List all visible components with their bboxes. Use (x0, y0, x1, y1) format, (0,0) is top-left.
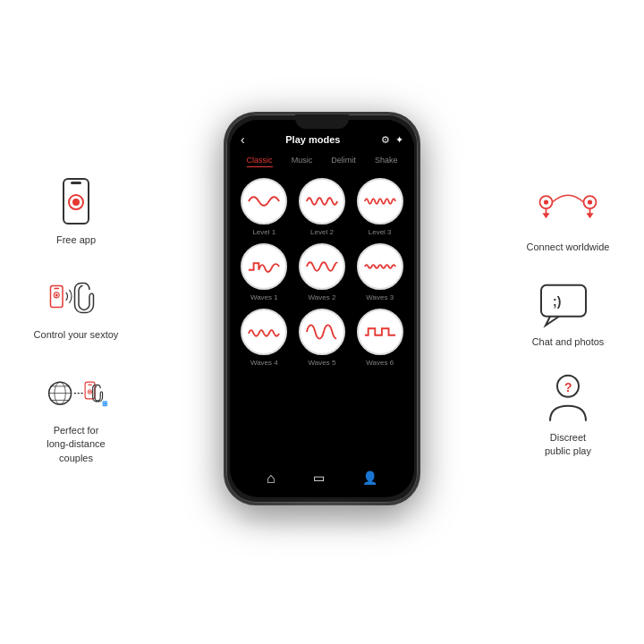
profile-icon[interactable]: 👤 (362, 470, 377, 487)
phone-notch (295, 114, 349, 129)
waves3-circle (357, 243, 403, 290)
tab-shake[interactable]: Shake (375, 156, 398, 167)
mode-waves5[interactable]: Waves 5 (297, 309, 348, 367)
feature-connect-worldwide: Connect worldwide (510, 186, 626, 254)
bluetooth-icon[interactable]: ✦ (395, 134, 403, 146)
waves1-label: Waves 1 (250, 293, 278, 301)
svg-rect-5 (54, 288, 59, 290)
discreet-play-icon: ? (537, 377, 599, 426)
connect-worldwide-label: Connect worldwide (527, 241, 610, 254)
home-icon[interactable]: ⌂ (267, 470, 275, 487)
tab-music[interactable]: Music (292, 156, 313, 167)
mode-waves3[interactable]: Waves 3 (354, 243, 405, 301)
main-container: Free app Control your sextoy (0, 0, 644, 644)
feature-long-distance: ⊞ Perfect forlong-distancecouples (18, 369, 134, 465)
waves4-circle (241, 309, 287, 355)
tab-bar: Classic Music Delimit Shake (230, 152, 414, 171)
mode-waves6[interactable]: Waves 6 (354, 309, 405, 367)
level1-circle (241, 178, 287, 225)
connect-worldwide-icon (537, 186, 599, 235)
svg-point-3 (72, 199, 80, 206)
long-distance-label: Perfect forlong-distancecouples (47, 424, 105, 465)
svg-point-17 (89, 391, 90, 393)
screen-title: Play modes (285, 134, 340, 145)
mode-waves2[interactable]: Waves 2 (297, 243, 348, 301)
mode-level2[interactable]: Level 2 (297, 178, 348, 236)
message-icon[interactable]: ▭ (313, 470, 325, 487)
svg-rect-1 (71, 182, 81, 184)
phone-device: ‹ Play modes ⚙ ✦ Classic Music Delimit S… (224, 112, 420, 532)
waves4-label: Waves 4 (250, 359, 278, 367)
svg-rect-23 (541, 285, 586, 317)
phone-body: ‹ Play modes ⚙ ✦ Classic Music Delimit S… (224, 112, 420, 505)
svg-point-7 (55, 293, 58, 296)
mode-level1[interactable]: Level 1 (239, 178, 290, 236)
waves2-label: Waves 2 (309, 293, 336, 301)
chat-photos-label: Chat and photos (532, 335, 605, 349)
features-right: Connect worldwide ;) Chat and photos (510, 186, 626, 459)
tab-classic[interactable]: Classic (247, 156, 273, 167)
level2-label: Level 2 (310, 228, 334, 236)
tab-delimit[interactable]: Delimit (331, 156, 356, 167)
waves2-circle (299, 243, 345, 290)
features-left: Free app Control your sextoy (18, 179, 134, 465)
mode-waves4[interactable]: Waves 4 (239, 309, 290, 367)
waves6-label: Waves 6 (366, 359, 394, 367)
phone-reflection (242, 505, 402, 532)
waves6-circle (357, 309, 403, 355)
header-icons: ⚙ ✦ (381, 134, 403, 146)
sextoy-icon (45, 274, 107, 323)
feature-discreet-play: ? Discreetpublic play (510, 377, 626, 459)
svg-text:⊞: ⊞ (102, 400, 107, 408)
mode-level3[interactable]: Level 3 (354, 178, 405, 236)
phone-screen: ‹ Play modes ⚙ ✦ Classic Music Delimit S… (230, 120, 414, 497)
svg-text:?: ? (564, 380, 572, 394)
waves5-circle (299, 309, 345, 355)
sextoy-label: Control your sextoy (34, 328, 119, 342)
svg-point-20 (544, 199, 548, 204)
feature-free-app: Free app (18, 179, 134, 247)
world-icon: ⊞ (45, 369, 107, 419)
svg-point-22 (588, 199, 592, 204)
free-app-label: Free app (56, 233, 96, 247)
level2-circle (299, 178, 345, 225)
svg-rect-15 (88, 385, 92, 386)
waves1-circle (241, 243, 287, 290)
level3-label: Level 3 (369, 228, 392, 236)
back-arrow-icon[interactable]: ‹ (241, 132, 245, 147)
waves3-label: Waves 3 (366, 293, 394, 301)
mode-waves1[interactable]: Waves 1 (239, 243, 290, 301)
svg-text:;): ;) (553, 294, 561, 309)
level1-label: Level 1 (252, 228, 275, 236)
level3-circle (357, 178, 403, 225)
feature-chat-photos: ;) Chat and photos (510, 281, 626, 349)
bottom-navigation: ⌂ ▭ 👤 (230, 467, 414, 490)
waves5-label: Waves 5 (309, 359, 336, 367)
modes-grid: Level 1 Level 2 (230, 171, 414, 374)
settings-icon[interactable]: ⚙ (381, 134, 390, 146)
free-app-icon (45, 179, 107, 228)
feature-control-sextoy: Control your sextoy (18, 274, 134, 342)
discreet-play-label: Discreetpublic play (545, 431, 591, 459)
chat-icon: ;) (537, 281, 599, 330)
